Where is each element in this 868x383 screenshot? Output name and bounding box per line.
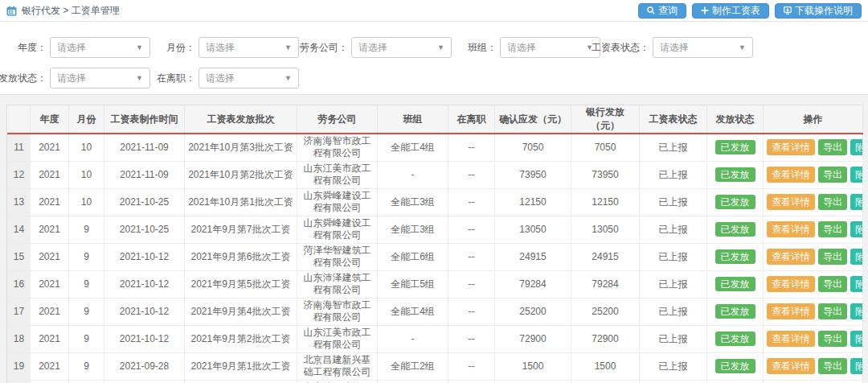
calendar-icon	[6, 6, 17, 16]
cell-company: 济南海智市政工程有限公司	[297, 298, 378, 325]
cell-month: 10	[69, 188, 104, 216]
table-row: 122021102021-11-092021年10月第2批次工资山东江美市政工程…	[8, 161, 863, 188]
cell-pay-status: 已发放	[707, 188, 764, 216]
cell-pay-status: 已发放	[707, 325, 764, 352]
col-bank-amount: 银行发放（元）	[571, 105, 640, 134]
export-button[interactable]: 导出	[818, 358, 847, 374]
view-details-button[interactable]: 查看详情	[767, 249, 815, 265]
view-details-button[interactable]: 查看详情	[767, 167, 815, 183]
team-select[interactable]: 请选择 ▼	[500, 37, 600, 58]
cell-year: 2021	[31, 216, 69, 243]
view-details-button[interactable]: 查看详情	[767, 303, 815, 319]
attachment-button[interactable]: 附件	[850, 331, 863, 347]
sheet-status-select[interactable]: 请选择 ▼	[653, 37, 753, 58]
topbar-actions: 查询 制作工资表 下载操作说明	[633, 3, 862, 19]
cell-sheet-status: 已上报	[640, 298, 707, 325]
cell-company: 北京昌建新兴基础工程有限公司	[297, 352, 378, 380]
cell-actions: 查看详情导出附件	[764, 325, 863, 352]
employment-select[interactable]: 请选择 ▼	[199, 68, 299, 89]
cell-row-index: 12	[8, 161, 31, 188]
cell-pay-status: 已发放	[707, 243, 764, 270]
attachment-button[interactable]: 附件	[850, 221, 863, 237]
cell-sheet-status: 已上报	[640, 216, 707, 243]
export-button[interactable]: 导出	[818, 221, 847, 237]
cell-year: 2021	[31, 270, 69, 298]
paid-status-badge: 已发放	[715, 359, 755, 373]
paid-status-badge: 已发放	[715, 277, 755, 291]
create-payroll-button[interactable]: 制作工资表	[692, 3, 769, 19]
cell-bank-amount: 1500	[571, 352, 640, 380]
chevron-down-icon: ▼	[285, 74, 292, 82]
cell-row-index: 13	[8, 188, 31, 216]
cell-team: 全能工2组	[378, 352, 448, 380]
cell-confirmed-amount: 13050	[495, 216, 571, 243]
view-details-button[interactable]: 查看详情	[767, 221, 815, 237]
cell-row-index: 16	[8, 270, 31, 298]
breadcrumb: 银行代发 > 工资单管理	[6, 4, 120, 18]
col-employment: 在离职	[448, 105, 495, 134]
attachment-button[interactable]: 附件	[850, 194, 863, 210]
col-sheet-status: 工资表状态	[640, 105, 707, 134]
view-details-button[interactable]: 查看详情	[767, 331, 815, 347]
month-select[interactable]: 请选择 ▼	[199, 37, 299, 58]
table-header: 年度 月份 工资表制作时间 工资表发放批次 劳务公司 班组 在离职 确认应发（元…	[8, 105, 863, 134]
attachment-button[interactable]: 附件	[850, 167, 863, 183]
export-button[interactable]: 导出	[818, 139, 847, 155]
cell-month: 9	[69, 243, 104, 270]
cell-sheet-status: 已上报	[640, 134, 707, 161]
cell-employment-status: --	[448, 298, 495, 325]
cell-employment-status: --	[448, 352, 495, 380]
export-button[interactable]: 导出	[818, 331, 847, 347]
cell-row-index: 18	[8, 325, 31, 352]
filter-employment-label: 在离职：	[157, 68, 195, 89]
paid-status-badge: 已发放	[715, 140, 755, 154]
attachment-button[interactable]: 附件	[850, 139, 863, 155]
col-pay-status: 发放状态	[707, 105, 764, 134]
table-row: 14202192021-10-252021年9月第7批次工资山东舜峰建设工程有限…	[8, 216, 863, 243]
col-actions: 操作	[764, 105, 863, 134]
cell-sheet-status: 已上报	[640, 352, 707, 380]
filter-pay-status-label: 发放状态：	[0, 68, 47, 89]
cell-employment-status: --	[448, 216, 495, 243]
export-button[interactable]: 导出	[818, 194, 847, 210]
export-button[interactable]: 导出	[818, 303, 847, 319]
pay-status-select[interactable]: 请选择 ▼	[50, 68, 150, 89]
col-team: 班组	[378, 105, 448, 134]
table-row: 17202192021-10-122021年9月第4批次工资济南海智市政工程有限…	[8, 298, 863, 325]
cell-employment-status: --	[448, 270, 495, 298]
cell-create-time: 2021-10-12	[104, 270, 185, 298]
download-icon	[784, 6, 792, 14]
export-button[interactable]: 导出	[818, 249, 847, 265]
cell-team	[378, 380, 448, 383]
cell-actions: 查看详情导出附件	[764, 380, 863, 383]
query-button[interactable]: 查询	[638, 3, 686, 19]
export-button[interactable]: 导出	[818, 276, 847, 292]
cell-bank-amount: 79284	[571, 270, 640, 298]
attachment-button[interactable]: 附件	[850, 358, 863, 374]
cell-pay-status: 已发放	[707, 161, 764, 188]
table-row: 16202192021-10-122021年9月第5批次工资山东沛泽建筑工程有限…	[8, 270, 863, 298]
filter-sheet-status: 工资表状态： 请选择 ▼	[653, 37, 753, 58]
col-row-number	[8, 105, 31, 134]
cell-sheet-status	[640, 380, 707, 383]
labor-company-select[interactable]: 请选择 ▼	[351, 37, 452, 58]
view-details-button[interactable]: 查看详情	[767, 358, 815, 374]
view-details-button[interactable]: 查看详情	[767, 194, 815, 210]
attachment-button[interactable]: 附件	[850, 276, 863, 292]
cell-year: 2021	[31, 188, 69, 216]
export-button[interactable]: 导出	[818, 167, 847, 183]
col-month: 月份	[69, 105, 104, 134]
year-select[interactable]: 请选择 ▼	[50, 37, 150, 58]
attachment-button[interactable]: 附件	[850, 249, 863, 265]
breadcrumb-text: 银行代发 > 工资单管理	[22, 4, 120, 18]
view-details-button[interactable]: 查看详情	[767, 139, 815, 155]
attachment-button[interactable]: 附件	[850, 303, 863, 319]
cell-month	[69, 380, 104, 383]
cell-create-time: 2021-10-12	[104, 298, 185, 325]
view-details-button[interactable]: 查看详情	[767, 276, 815, 292]
cell-row-index: 11	[8, 134, 31, 161]
cell-team: 全能工3组	[378, 216, 448, 243]
download-instructions-button[interactable]: 下载操作说明	[775, 3, 862, 19]
cell-year: 2021	[31, 134, 69, 161]
cell-month: 9	[69, 325, 104, 352]
